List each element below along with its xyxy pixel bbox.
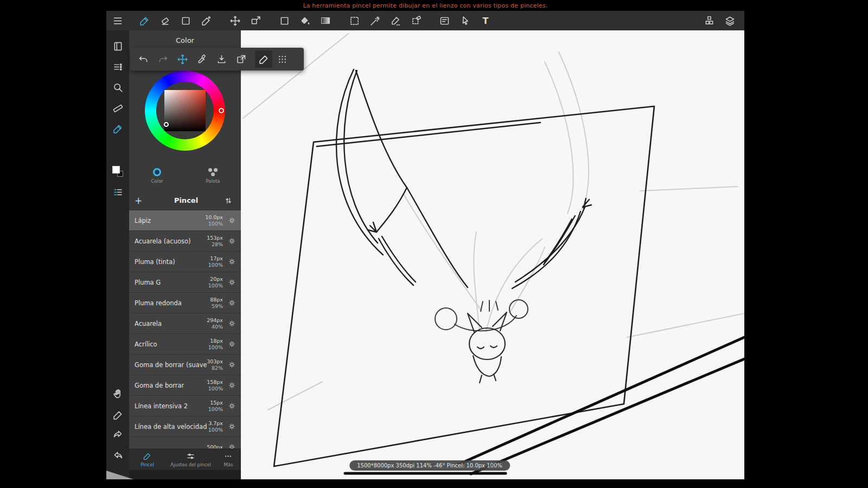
- tab-color[interactable]: Color: [129, 160, 185, 191]
- brush-size: 17px: [210, 255, 223, 262]
- color-chip[interactable]: [111, 164, 125, 178]
- export-icon[interactable]: [231, 48, 251, 70]
- zoom-icon[interactable]: [111, 80, 125, 94]
- brush-list: Lápiz 10.0px 100% Acuarela (acuoso): [129, 210, 241, 448]
- undo-icon[interactable]: [133, 48, 153, 70]
- brush-values: 17px 100%: [208, 255, 223, 268]
- decor-brush-tool-button[interactable]: [196, 11, 216, 30]
- brush-opacity: 100%: [208, 262, 223, 268]
- brush-settings-gear-icon[interactable]: [225, 379, 238, 392]
- brush-row[interactable]: Acuarela (acuoso) 153px 28%: [129, 231, 241, 252]
- brush-settings-gear-icon[interactable]: [225, 420, 238, 433]
- brush-tool-button[interactable]: [134, 11, 155, 30]
- cursor-tool-button[interactable]: [455, 11, 475, 30]
- brush-settings-gear-icon[interactable]: [225, 317, 238, 330]
- hue-wheel[interactable]: [145, 70, 225, 151]
- bucket-fill-button[interactable]: [295, 11, 315, 30]
- layer-list-icon[interactable]: [111, 185, 125, 199]
- book-icon[interactable]: [111, 39, 125, 53]
- brush-row[interactable]: Lápiz 10.0px 100%: [129, 210, 241, 231]
- pen-mode-button[interactable]: [255, 50, 272, 68]
- brush-values: 3.7px 100%: [208, 420, 223, 433]
- pen-icon[interactable]: [111, 408, 125, 422]
- saturation-value-square[interactable]: [164, 90, 206, 131]
- share-icon[interactable]: [111, 427, 125, 441]
- brush-row[interactable]: Línea de alta velocidad 3.7px 100%: [129, 416, 241, 437]
- brush-settings-gear-icon[interactable]: [225, 400, 238, 413]
- redo-icon[interactable]: [153, 48, 173, 70]
- brush-settings-gear-icon[interactable]: [225, 338, 238, 351]
- filter-panel-button[interactable]: [434, 11, 455, 30]
- canvas[interactable]: 1500*8000px 350dpi 114% -46° Pincel: 10.…: [241, 30, 744, 479]
- brush-row[interactable]: Línea intensiva 2 15px 100%: [129, 396, 241, 416]
- brush-name: Pluma (tinta): [135, 258, 208, 266]
- brush-row[interactable]: Pluma (tinta) 17px 100%: [129, 252, 241, 272]
- hand-icon[interactable]: [111, 387, 125, 401]
- brush-name: Lápiz: [135, 217, 205, 224]
- layers-panel-button[interactable]: [719, 11, 740, 30]
- brush-settings-gear-icon[interactable]: [225, 358, 238, 371]
- menu-icon[interactable]: [106, 11, 129, 30]
- tab-ajustes-del-pincel[interactable]: Ajustes del pincel: [165, 448, 215, 470]
- brush-opacity: 59%: [212, 303, 223, 310]
- paleta-tab-label: Paleta: [206, 178, 220, 184]
- eraser-tool-button[interactable]: [155, 11, 175, 30]
- tab-mas[interactable]: Más: [216, 448, 241, 470]
- brush-opacity: 100%: [208, 427, 223, 433]
- brush-size: 15px: [210, 400, 223, 406]
- brush-row[interactable]: Pluma G 20px 100%: [129, 272, 241, 293]
- top-toolbar: T: [106, 11, 744, 30]
- panel-config-icon[interactable]: [111, 60, 125, 74]
- brush-settings-gear-icon[interactable]: [225, 276, 238, 289]
- move-tool-button[interactable]: [225, 11, 245, 30]
- brush-row[interactable]: Goma de borrar (suave) 303px 82%: [129, 355, 241, 375]
- sort-brushes-button[interactable]: [224, 196, 235, 206]
- brush-settings-gear-icon[interactable]: [225, 441, 238, 449]
- current-color-chip[interactable]: [274, 11, 295, 30]
- brush-panel-header: + Pincel: [129, 191, 241, 210]
- transform-tool-button[interactable]: [245, 11, 266, 30]
- brush-values: 10.0px 100%: [205, 214, 223, 227]
- add-brush-button[interactable]: +: [135, 195, 149, 206]
- app-window: T: [106, 11, 744, 479]
- brush-size: 294px: [207, 317, 223, 324]
- magic-wand-button[interactable]: [365, 11, 385, 30]
- transform-move-icon[interactable]: [173, 48, 192, 70]
- canvas-sketch: [241, 30, 744, 479]
- tab-paleta[interactable]: Paleta: [185, 160, 241, 191]
- brush-row[interactable]: Pluma redonda 88px 59%: [129, 293, 241, 313]
- brush-row[interactable]: Acuarela 294px 40%: [129, 313, 241, 334]
- tab-pincel[interactable]: Pincel: [129, 448, 165, 470]
- material-panel-button[interactable]: [699, 11, 719, 30]
- shape-tool-button[interactable]: [175, 11, 196, 30]
- brush-values: 18px 100%: [208, 338, 223, 351]
- color-wheel-area: [129, 68, 241, 160]
- brush-panel-title: Pincel: [149, 196, 224, 204]
- brush-row[interactable]: 500px: [129, 437, 241, 448]
- grid-icon[interactable]: [272, 48, 292, 70]
- select-eraser-button[interactable]: [406, 11, 426, 30]
- undo-icon[interactable]: [111, 448, 125, 462]
- brush-name: Pluma redonda: [135, 299, 210, 307]
- brush-size: 18px: [210, 338, 223, 344]
- brush-settings-gear-icon[interactable]: [225, 214, 238, 227]
- brush-name: Acrílico: [135, 341, 208, 348]
- ruler-icon[interactable]: [111, 101, 125, 115]
- pen-select-button[interactable]: [385, 11, 406, 30]
- brush-row[interactable]: Acrílico 18px 100%: [129, 334, 241, 355]
- brush-settings-gear-icon[interactable]: [225, 297, 238, 310]
- app-content: Color 8.0: [106, 30, 744, 479]
- save-icon[interactable]: [212, 48, 231, 70]
- hue-marker[interactable]: [219, 108, 224, 113]
- text-tool-button[interactable]: T: [475, 11, 496, 30]
- brush-name: Acuarela: [135, 320, 207, 328]
- brush-settings-gear-icon[interactable]: [225, 235, 238, 248]
- brush-settings-gear-icon[interactable]: [225, 255, 238, 268]
- brush-row[interactable]: Goma de borrar 158px 100%: [129, 375, 241, 396]
- brush-icon[interactable]: [111, 121, 125, 136]
- eyedropper-icon[interactable]: [192, 48, 212, 70]
- brush-opacity: 100%: [208, 406, 223, 413]
- sv-marker[interactable]: [164, 122, 169, 127]
- select-tool-button[interactable]: [344, 11, 365, 30]
- gradient-tool-button[interactable]: [315, 11, 336, 30]
